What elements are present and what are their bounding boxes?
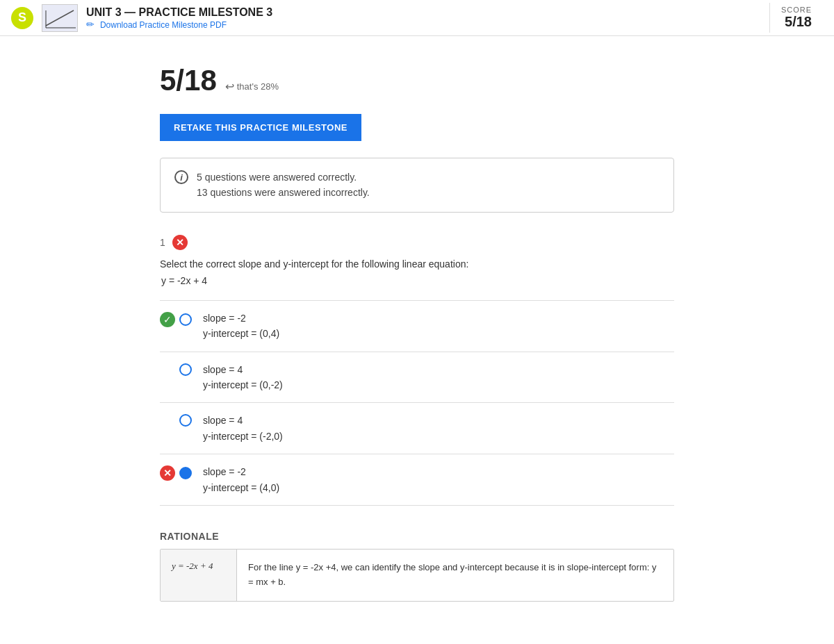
option-3-radio[interactable] <box>179 414 192 427</box>
page-title: UNIT 3 — PRACTICE MILESTONE 3 <box>86 6 769 19</box>
option-2-slope: slope = 4 <box>203 362 283 377</box>
header-score-block: SCORE 5/18 <box>769 3 823 33</box>
retake-button[interactable]: RETAKE THIS PRACTICE MILESTONE <box>160 114 361 141</box>
option-2-indicators <box>160 362 192 376</box>
correct-check-icon: ✓ <box>160 312 175 327</box>
question-number-row: 1 ✕ <box>160 235 674 250</box>
info-box: i 5 questions were answered correctly. 1… <box>160 158 674 213</box>
option-1-text: slope = -2 y-intercept = (0,4) <box>203 311 279 342</box>
answer-options: ✓ slope = -2 y-intercept = (0,4) slope =… <box>160 300 674 506</box>
answer-option-4[interactable]: ✕ slope = -2 y-intercept = (4,0) <box>160 454 674 506</box>
info-line1: 5 questions were answered correctly. <box>197 170 370 185</box>
option-1-radio[interactable] <box>179 313 192 326</box>
option-4-intercept: y-intercept = (4,0) <box>203 480 279 495</box>
option-3-text: slope = 4 y-intercept = (-2,0) <box>203 413 283 444</box>
wrong-icon: ✕ <box>172 235 188 250</box>
option-3-intercept: y-intercept = (-2,0) <box>203 429 283 444</box>
header-title-block: UNIT 3 — PRACTICE MILESTONE 3 ✏ Download… <box>86 6 769 30</box>
rationale-section: RATIONALE y = -2x + 4 For the line y = -… <box>160 531 674 602</box>
option-2-radio[interactable] <box>179 363 192 376</box>
answer-option-1[interactable]: ✓ slope = -2 y-intercept = (0,4) <box>160 300 674 352</box>
score-value: 5/18 <box>781 14 812 30</box>
rationale-text: For the line y = -2x +4, we can identify… <box>237 550 673 601</box>
rationale-formula: y = -2x + 4 <box>161 550 237 601</box>
option-3-slope: slope = 4 <box>203 413 283 428</box>
option-1-indicators: ✓ <box>160 311 192 327</box>
score-label: SCORE <box>781 6 812 14</box>
option-4-radio[interactable] <box>179 467 192 479</box>
score-subtitle: ↩ that's 28% <box>225 80 279 93</box>
info-line2: 13 questions were answered incorrectly. <box>197 185 370 200</box>
question-text: Select the correct slope and y-intercept… <box>160 258 674 270</box>
question-number: 1 <box>160 237 165 248</box>
page-header: S UNIT 3 — PRACTICE MILESTONE 3 ✏ Downlo… <box>0 0 834 36</box>
option-2-intercept: y-intercept = (0,-2) <box>203 377 283 393</box>
option-2-text: slope = 4 y-intercept = (0,-2) <box>203 362 283 393</box>
main-content: 5/18 ↩ that's 28% RETAKE THIS PRACTICE M… <box>146 36 688 629</box>
info-text: 5 questions were answered correctly. 13 … <box>197 170 370 201</box>
score-subtitle-text: that's 28% <box>237 81 279 92</box>
arrow-icon: ↩ <box>225 80 234 93</box>
option-1-intercept: y-intercept = (0,4) <box>203 326 279 341</box>
app-logo: S <box>11 7 33 29</box>
pencil-icon: ✏ <box>86 19 95 30</box>
rationale-title: RATIONALE <box>160 531 674 542</box>
answer-option-2[interactable]: slope = 4 y-intercept = (0,-2) <box>160 352 674 403</box>
option-4-slope: slope = -2 <box>203 464 279 479</box>
rationale-table: y = -2x + 4 For the line y = -2x +4, we … <box>160 549 674 602</box>
option-4-text: slope = -2 y-intercept = (4,0) <box>203 464 279 495</box>
question-equation: y = -2x + 4 <box>161 275 674 286</box>
unit-thumbnail <box>42 4 78 32</box>
option-3-indicators <box>160 413 192 427</box>
option-4-wrong-icon: ✕ <box>160 465 175 481</box>
option-4-indicators: ✕ <box>160 464 192 481</box>
score-display-row: 5/18 ↩ that's 28% <box>160 64 674 97</box>
option-1-slope: slope = -2 <box>203 311 279 326</box>
score-big: 5/18 <box>160 64 217 97</box>
answer-option-3[interactable]: slope = 4 y-intercept = (-2,0) <box>160 402 674 454</box>
download-link[interactable]: Download Practice Milestone PDF <box>100 20 227 30</box>
info-icon: i <box>174 170 188 184</box>
